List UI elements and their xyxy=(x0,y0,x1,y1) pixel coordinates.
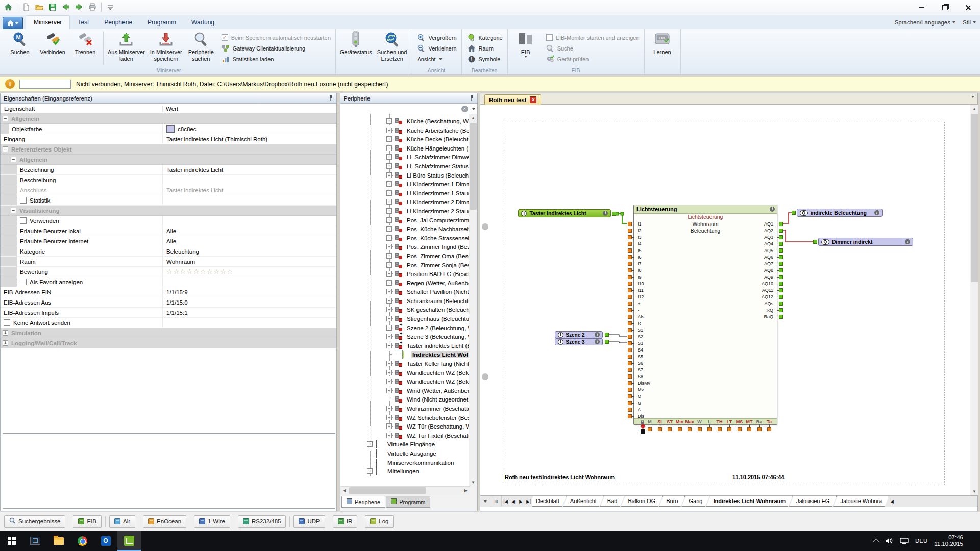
tree-item[interactable]: +Stiegenhaus (Beleuchtun xyxy=(340,314,470,323)
output-pin[interactable] xyxy=(612,212,616,216)
ribbon-button-suchen-und-ersetzen[interactable]: Suchen und Ersetzen xyxy=(375,30,410,62)
taskbar-outlook[interactable]: O xyxy=(94,531,117,551)
tray-expand-icon[interactable] xyxy=(873,538,879,545)
sheet-nav-previous-button[interactable]: ◀ xyxy=(509,496,517,507)
ribbon-option-symbole[interactable]: !Symbole xyxy=(468,55,503,63)
save-button[interactable] xyxy=(46,1,59,13)
tree-item[interactable]: +Wind (Wetter, Außenbere xyxy=(340,386,470,395)
tree-item[interactable]: ++Szene 2 (Beleuchtung, W xyxy=(340,323,470,333)
output-pin-aq10[interactable] xyxy=(779,282,783,286)
parameter-pin-ta[interactable] xyxy=(767,427,771,431)
close-tab-icon[interactable]: × xyxy=(530,96,536,103)
property-value[interactable]: Alle xyxy=(163,236,336,246)
ribbon-option-statistiken-laden[interactable]: Statistiken laden xyxy=(222,55,331,63)
drawing-area[interactable]: LichtsteuerungiLichtsteuerungWohnraumBel… xyxy=(480,105,978,495)
close-button[interactable] xyxy=(957,0,980,15)
ribbon-button-suchen[interactable]: MSuchen xyxy=(4,30,36,56)
sheet-tab-deckblatt[interactable]: Deckblatt xyxy=(532,496,567,507)
parameter-pin-l[interactable] xyxy=(707,427,712,431)
document-tab[interactable]: Roth neu test × xyxy=(484,94,541,105)
ribbon-button-verbinden[interactable]: Verbinden xyxy=(36,30,69,56)
statusbar-panel-ir[interactable]: IR xyxy=(333,515,358,528)
property-value[interactable] xyxy=(163,175,336,185)
parameter-pin-lt[interactable] xyxy=(727,427,731,431)
tree-item[interactable]: +WZ Tür (Beschattung, W xyxy=(340,422,470,431)
property-value[interactable] xyxy=(163,277,336,287)
input-pin-i5[interactable] xyxy=(628,248,632,253)
input-pin-i3[interactable] xyxy=(628,235,632,239)
expand-icon[interactable]: + xyxy=(386,118,392,124)
tree-item[interactable]: +Küche Decke (Beleuchtur xyxy=(340,135,470,144)
expand-icon[interactable]: + xyxy=(386,262,392,268)
input-pin-s1[interactable] xyxy=(628,328,632,332)
block-szene-2[interactable]: ISzene 2i xyxy=(555,331,603,338)
expand-icon[interactable]: + xyxy=(386,244,392,249)
expand-icon[interactable]: + xyxy=(3,340,8,346)
parameter-mt[interactable]: MT xyxy=(745,419,754,424)
ribbon-tab-miniserver[interactable]: Miniserver xyxy=(26,15,70,30)
ribbon-option-suche[interactable]: Suche xyxy=(546,44,640,52)
output-pin-aq3[interactable] xyxy=(779,235,783,239)
collapse-icon[interactable]: − xyxy=(3,116,8,121)
info-icon[interactable]: i xyxy=(595,332,600,337)
parameter-pin-max[interactable] xyxy=(688,427,692,431)
expand-icon[interactable]: + xyxy=(386,379,392,384)
expand-icon[interactable]: + xyxy=(386,361,392,366)
tree-item[interactable]: Virtuelle Ausgänge xyxy=(340,449,470,458)
minimize-button[interactable] xyxy=(910,0,933,15)
input-pin-i12[interactable] xyxy=(628,295,632,299)
property-value[interactable]: 1/1/15:9 xyxy=(163,287,336,297)
expand-icon[interactable]: + xyxy=(386,226,392,232)
scrollbar-thumb[interactable] xyxy=(470,123,477,210)
checkbox-checked[interactable]: ✓ xyxy=(222,34,228,41)
scroll-left-icon[interactable]: ◀ xyxy=(340,487,348,494)
input-pin-s2[interactable] xyxy=(628,335,632,339)
output-pin-aq11[interactable] xyxy=(779,288,783,292)
input-pin-a[interactable] xyxy=(628,408,632,412)
sheet-nav-first-button[interactable]: |◀ xyxy=(502,496,509,507)
property-value[interactable]: c8c8ec xyxy=(163,124,336,134)
input-pin-s8[interactable] xyxy=(628,374,632,379)
tree-item[interactable]: +Schalter Pavillion (Nicht z xyxy=(340,287,470,296)
tree-item[interactable]: +Li Kinderzimmer 1 Dimm xyxy=(340,180,470,189)
output-pin[interactable] xyxy=(605,340,609,344)
ribbon-option-ansicht[interactable]: Ansicht xyxy=(417,55,456,63)
input-pin-i10[interactable] xyxy=(628,282,632,286)
output-pin-aq5[interactable] xyxy=(779,248,783,253)
tree-item[interactable]: +Schrankraum (Beleuchtu xyxy=(340,296,470,306)
panel-tab-programm[interactable]: Programm xyxy=(386,496,430,508)
sheet-tab-gang[interactable]: Gang xyxy=(681,496,709,507)
tree-item[interactable]: +Li Büro Status (Beleuchtu xyxy=(340,171,470,180)
parameter-ra[interactable]: Ra xyxy=(755,419,764,424)
pin-icon[interactable] xyxy=(469,95,475,101)
tree-item[interactable]: +Wohnzimmer (Beschattu xyxy=(340,404,470,413)
output-pin-aq4[interactable] xyxy=(779,242,783,246)
keyboard-language[interactable]: DEU xyxy=(915,538,927,544)
ribbon-button-eib[interactable]: EIB xyxy=(509,30,542,58)
tree-item[interactable]: +Regen (Wetter, Außenbe xyxy=(340,279,470,288)
sheet-scroll-left-button[interactable]: ◀ xyxy=(888,496,896,507)
tree-item[interactable]: +Küche (Beschattung, Wo xyxy=(340,117,470,126)
input-pin-g[interactable] xyxy=(628,401,632,405)
tree-item[interactable]: +SK geschalten (Beleuchtu xyxy=(340,305,470,314)
output-pin-aq9[interactable] xyxy=(779,275,783,279)
restore-button[interactable] xyxy=(933,0,957,15)
tree-vertical-scrollbar[interactable]: ▲ ▼ xyxy=(469,114,477,486)
parameter-pin-mt[interactable] xyxy=(747,427,751,431)
collapse-icon[interactable]: − xyxy=(3,146,8,152)
ribbon-option-verkleinern[interactable]: Verkleinern xyxy=(417,44,456,52)
input-pin-i2[interactable] xyxy=(628,229,632,233)
input-pin-s6[interactable] xyxy=(628,361,632,365)
input-pin-mv[interactable] xyxy=(628,388,632,392)
input-pin--[interactable] xyxy=(628,308,632,312)
checkbox-unchecked[interactable] xyxy=(20,197,27,204)
new-file-button[interactable] xyxy=(20,1,32,13)
expand-icon[interactable]: + xyxy=(386,334,392,339)
statusbar-panel-log[interactable]: Log xyxy=(365,515,394,528)
sheet-tab-bad[interactable]: Bad xyxy=(600,496,625,507)
tree-item[interactable]: +Li Kinderzimmer 2 Dimm xyxy=(340,197,470,207)
expand-icon[interactable]: + xyxy=(386,154,392,160)
ribbon-option-beim-speichern-automatisch-neustarten[interactable]: ✓Beim Speichern automatisch neustarten xyxy=(222,34,331,41)
checkbox-unchecked[interactable] xyxy=(4,319,10,326)
block-indirekte-beleuchtung[interactable]: Qindirekte Beleuchtungi xyxy=(797,209,883,217)
